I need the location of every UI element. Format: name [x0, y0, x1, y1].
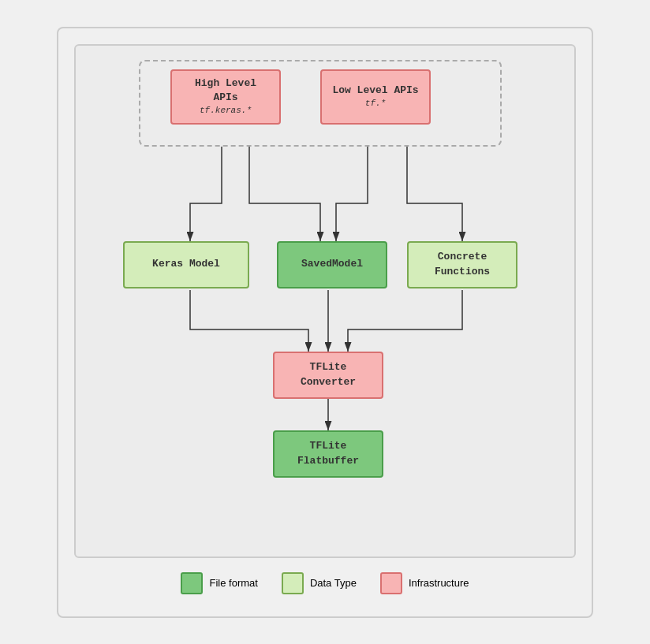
- low-level-apis-box: Low Level APIs tf.*: [320, 69, 431, 125]
- legend-swatch-green: [181, 572, 203, 594]
- diagram-area: High Level APIs tf.keras.* Low Level API…: [74, 44, 576, 558]
- tflite-converter-box: TFLite Converter: [273, 352, 383, 399]
- legend-item-data-type: Data Type: [282, 572, 357, 594]
- saved-model-box: SavedModel: [277, 241, 387, 288]
- legend-label-file-format: File format: [209, 577, 257, 589]
- high-level-apis-box: High Level APIs tf.keras.*: [170, 69, 281, 125]
- tflite-flatbuffer-label: TFLite Flatbuffer: [282, 439, 374, 467]
- legend-item-infrastructure: Infrastructure: [380, 572, 469, 594]
- low-level-apis-label: Low Level APIs: [332, 84, 418, 98]
- legend-swatch-pink: [380, 572, 402, 594]
- legend-item-file-format: File format: [181, 572, 257, 594]
- concrete-functions-box: Concrete Functions: [407, 241, 517, 288]
- saved-model-label: SavedModel: [301, 257, 363, 271]
- legend-swatch-light-green: [282, 572, 304, 594]
- legend: File format Data Type Infrastructure: [74, 558, 576, 601]
- concrete-functions-label: Concrete Functions: [417, 250, 508, 278]
- legend-label-data-type: Data Type: [310, 577, 357, 589]
- high-level-apis-sublabel: tf.keras.*: [200, 105, 252, 117]
- outer-container: High Level APIs tf.keras.* Low Level API…: [57, 27, 593, 618]
- legend-label-infrastructure: Infrastructure: [409, 577, 469, 589]
- high-level-apis-label: High Level APIs: [180, 76, 271, 105]
- tflite-converter-label: TFLite Converter: [282, 360, 374, 389]
- keras-model-label: Keras Model: [152, 257, 220, 271]
- low-level-apis-sublabel: tf.*: [365, 98, 386, 110]
- keras-model-box: Keras Model: [123, 241, 249, 288]
- tflite-flatbuffer-box: TFLite Flatbuffer: [273, 430, 383, 478]
